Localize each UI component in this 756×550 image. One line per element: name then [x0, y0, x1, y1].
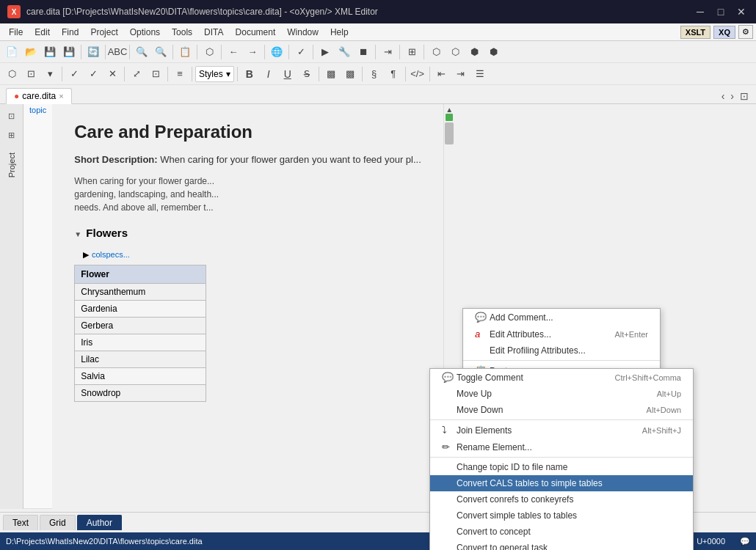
xslt-button[interactable]: XSLT	[680, 26, 710, 39]
project-tab[interactable]: Project	[7, 153, 16, 177]
filter-btn[interactable]: ⊡	[22, 65, 40, 83]
sub-move-up[interactable]: Move Up Alt+Up	[430, 386, 693, 402]
sub-move-down[interactable]: Move Down Alt+Down	[430, 402, 693, 418]
menu-options[interactable]: Options	[124, 26, 166, 39]
sep-sub1	[430, 419, 693, 420]
sub-convert-conrefs[interactable]: Convert conrefs to conkeyrefs	[430, 491, 693, 507]
sub-convert-cals[interactable]: Convert CALS tables to simple tables	[430, 475, 693, 491]
scroll-up-button[interactable]: ▲	[446, 106, 453, 114]
strikethrough-button[interactable]: S̶	[298, 65, 316, 83]
tab-close-button[interactable]: ×	[59, 92, 63, 100]
tag-button[interactable]: ⬡	[200, 43, 218, 61]
menu-help[interactable]: Help	[324, 26, 355, 39]
status-right: U+0000 💬	[697, 537, 750, 546]
back-button[interactable]: ←	[225, 43, 242, 61]
breadcrumb-topic[interactable]: topic	[29, 106, 46, 114]
bold-button[interactable]: B	[241, 65, 258, 83]
nav4-button[interactable]: ⬢	[484, 43, 502, 61]
menu-file[interactable]: File	[3, 26, 29, 39]
triangle-icon: ▼	[74, 230, 81, 238]
run-button[interactable]: ▶	[316, 43, 334, 61]
new-button[interactable]: 📄	[3, 43, 21, 61]
maximize-button[interactable]: □	[713, 4, 728, 19]
search2-button[interactable]: 🔍	[152, 43, 170, 61]
refresh-button[interactable]: 🔄	[84, 43, 102, 61]
sub-toggle-comment[interactable]: 💬Toggle Comment Ctrl+Shift+Comma	[430, 369, 693, 386]
sub-change-topic-id[interactable]: Change topic ID to file name	[430, 459, 693, 475]
tab-author[interactable]: Author	[77, 515, 122, 530]
sep14	[124, 67, 125, 81]
sep13	[62, 67, 62, 81]
colspecs-link[interactable]: colspecs...	[92, 250, 130, 259]
check2-button[interactable]: ✓	[84, 65, 102, 83]
filter-down[interactable]: ▾	[41, 65, 59, 83]
underline-button[interactable]: U	[279, 65, 297, 83]
scroll-thumb[interactable]	[445, 122, 454, 144]
menu-window[interactable]: Window	[281, 26, 324, 39]
tab-next-button[interactable]: ›	[729, 89, 735, 103]
code-button[interactable]: </>	[409, 65, 426, 83]
list2-button[interactable]: ☰	[471, 65, 489, 83]
sub-convert-concept[interactable]: Convert to concept	[430, 524, 693, 540]
minimize-button[interactable]: ─	[693, 4, 708, 19]
ctx-edit-attributes[interactable]: aEdit Attributes... Alt+Enter	[463, 326, 660, 342]
spell-button[interactable]: ABC	[109, 43, 126, 61]
sub-convert-general-task[interactable]: Convert to general task	[430, 540, 693, 550]
ctx-add-comment[interactable]: 💬Add Comment...	[463, 309, 660, 326]
xml-button[interactable]: 🌐	[268, 43, 286, 61]
menu-project[interactable]: Project	[84, 26, 123, 39]
sep18	[319, 67, 319, 81]
ctx-edit-profiling[interactable]: Edit Profiling Attributes...	[463, 342, 660, 359]
menu-edit[interactable]: Edit	[29, 26, 56, 39]
nav3-button[interactable]: ⬢	[465, 43, 483, 61]
indent2-button[interactable]: ⇤	[433, 65, 451, 83]
nav2-button[interactable]: ⬡	[446, 43, 464, 61]
sub-join-elements[interactable]: ⤵Join Elements Alt+Shift+J	[430, 422, 693, 439]
sep5	[197, 45, 197, 59]
tag2-button[interactable]: ⬡	[3, 65, 21, 83]
nav1-button[interactable]: ⬡	[427, 43, 445, 61]
copy-button[interactable]: 📋	[176, 43, 194, 61]
tab-grid[interactable]: Grid	[40, 515, 76, 530]
frame-button[interactable]: ⊡	[147, 65, 164, 83]
save-all-button[interactable]: 💾	[60, 43, 78, 61]
search-button[interactable]: 🔍	[133, 43, 150, 61]
open-button[interactable]: 📂	[22, 43, 40, 61]
tab-care-dita[interactable]: ● care.dita ×	[6, 88, 72, 104]
col-button[interactable]: ⊞	[403, 43, 421, 61]
table-header-flower: Flower	[75, 265, 206, 283]
para-button[interactable]: ¶	[385, 65, 402, 83]
sub-rename-element[interactable]: ✏Rename Element...	[430, 439, 693, 455]
indent-button[interactable]: ⇥	[379, 43, 396, 61]
menu-tools[interactable]: Tools	[166, 26, 198, 39]
sidebar-collapse-btn[interactable]: ⊡	[3, 107, 21, 125]
save-button[interactable]: 💾	[41, 43, 59, 61]
menu-dita[interactable]: DITA	[198, 26, 229, 39]
forward-button[interactable]: →	[244, 43, 261, 61]
extra-toolbar-btn[interactable]: ⚙	[738, 25, 753, 39]
color-button[interactable]: ▩	[322, 65, 340, 83]
xq-button[interactable]: XQ	[713, 26, 735, 39]
close-button[interactable]: ✕	[734, 4, 749, 19]
stop-button[interactable]: ⏹	[355, 43, 372, 61]
tab-prev-button[interactable]: ‹	[720, 89, 727, 103]
debug-button[interactable]: 🔧	[335, 43, 353, 61]
check-button[interactable]: ✓	[65, 65, 83, 83]
section-button[interactable]: §	[366, 65, 383, 83]
menu-document[interactable]: Document	[230, 26, 282, 39]
tab-text[interactable]: Text	[3, 515, 38, 530]
styles-dropdown[interactable]: Styles▾	[195, 66, 234, 82]
move-button[interactable]: ⤢	[128, 65, 145, 83]
sub-convert-simple-tables[interactable]: Convert simple tables to tables	[430, 507, 693, 524]
italic-button[interactable]: I	[260, 65, 277, 83]
list-button[interactable]: ≡	[171, 65, 189, 83]
tab-menu-button[interactable]: ⊡	[738, 89, 750, 103]
table-row: Iris	[75, 334, 206, 351]
indent3-button[interactable]: ⇥	[452, 65, 470, 83]
validate-button[interactable]: ✓	[292, 43, 310, 61]
tab-area: ● care.dita × ‹ › ⊡	[0, 85, 756, 104]
x-button[interactable]: ✕	[103, 65, 121, 83]
sidebar-tree-btn[interactable]: ⊞	[3, 126, 21, 144]
menu-find[interactable]: Find	[56, 26, 84, 39]
color2-button[interactable]: ▩	[341, 65, 359, 83]
